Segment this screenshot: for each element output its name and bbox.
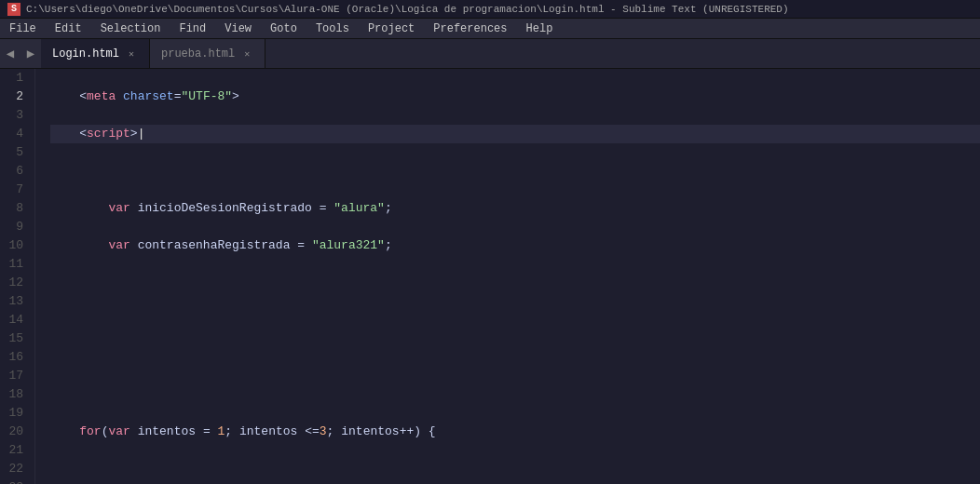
tab-prueba-html-close[interactable]: ✕ — [240, 47, 253, 60]
line-num-4: 4 — [7, 125, 23, 143]
line-num-8: 8 — [7, 199, 23, 218]
code-line-6 — [50, 274, 980, 292]
tab-login-html[interactable]: Login.html ✕ — [41, 39, 150, 68]
line-num-1: 1 — [7, 69, 23, 87]
tab-nav-prev[interactable]: ◀ — [0, 39, 20, 68]
line-num-2: 2 — [7, 87, 23, 106]
line-num-17: 17 — [7, 367, 23, 385]
code-line-10: for(var intentos = 1; intentos <=3; inte… — [50, 423, 980, 441]
code-editor[interactable]: <meta charset="UTF-8"> <script>| var ini… — [35, 69, 980, 484]
menu-project[interactable]: Project — [359, 19, 424, 38]
tab-prueba-html-label: prueba.html — [161, 47, 235, 60]
code-line-3 — [50, 162, 980, 181]
code-line-1: <meta charset="UTF-8"> — [50, 87, 980, 106]
line-num-12: 12 — [7, 274, 23, 292]
line-num-14: 14 — [7, 311, 23, 329]
app-icon: S — [7, 3, 20, 16]
menu-edit[interactable]: Edit — [46, 19, 91, 38]
line-num-18: 18 — [7, 385, 23, 404]
tab-bar: ◀ ▶ Login.html ✕ prueba.html ✕ — [0, 39, 980, 69]
menu-help[interactable]: Help — [517, 19, 563, 38]
menu-preferences[interactable]: Preferences — [424, 19, 516, 38]
menu-file[interactable]: File — [0, 19, 46, 38]
tab-login-html-label: Login.html — [52, 47, 119, 60]
line-num-9: 9 — [7, 218, 23, 236]
code-line-2: <script>| — [50, 125, 980, 143]
code-line-7 — [50, 311, 980, 329]
menu-goto[interactable]: Goto — [261, 19, 306, 38]
code-line-9 — [50, 385, 980, 404]
menu-selection[interactable]: Selection — [91, 19, 170, 38]
tab-nav-next[interactable]: ▶ — [20, 39, 41, 68]
tab-login-html-close[interactable]: ✕ — [125, 47, 138, 60]
line-num-5: 5 — [7, 143, 23, 162]
code-line-5: var contrasenhaRegistrada = "alura321"; — [50, 236, 980, 255]
tab-prueba-html[interactable]: prueba.html ✕ — [150, 39, 265, 68]
line-num-7: 7 — [7, 181, 23, 199]
menu-view[interactable]: View — [215, 19, 261, 38]
line-num-3: 3 — [7, 106, 23, 125]
line-num-15: 15 — [7, 329, 23, 348]
line-num-13: 13 — [7, 292, 23, 311]
code-line-4: var inicioDeSesionRegistrado = "alura"; — [50, 199, 980, 218]
line-num-22: 22 — [7, 460, 23, 478]
code-area: 1 2 3 4 5 6 7 8 9 10 11 12 13 14 15 16 1… — [0, 69, 980, 484]
line-num-6: 6 — [7, 162, 23, 181]
line-num-20: 20 — [7, 423, 23, 441]
menu-find[interactable]: Find — [170, 19, 215, 38]
line-num-16: 16 — [7, 348, 23, 367]
line-num-10: 10 — [7, 236, 23, 255]
line-num-11: 11 — [7, 255, 23, 274]
code-line-8 — [50, 348, 980, 367]
line-num-23: 23 — [7, 478, 23, 484]
line-num-19: 19 — [7, 404, 23, 423]
line-num-21: 21 — [7, 441, 23, 460]
line-numbers: 1 2 3 4 5 6 7 8 9 10 11 12 13 14 15 16 1… — [0, 69, 35, 484]
menu-bar: File Edit Selection Find View Goto Tools… — [0, 19, 980, 39]
title-text: C:\Users\diego\OneDrive\Documentos\Curso… — [26, 4, 789, 15]
code-line-11 — [50, 460, 980, 478]
title-bar: S C:\Users\diego\OneDrive\Documentos\Cur… — [0, 0, 980, 19]
menu-tools[interactable]: Tools — [306, 19, 359, 38]
